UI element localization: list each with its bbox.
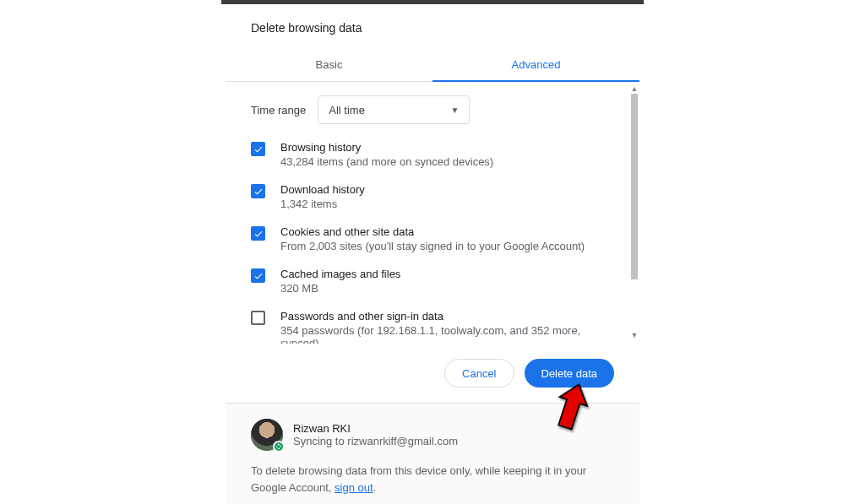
list-item: Browsing history43,284 items (and more o…: [251, 141, 614, 168]
sync-badge-icon: [273, 441, 285, 453]
delete-data-button[interactable]: Delete data: [525, 359, 615, 387]
time-range-row: Time range All time ▼: [251, 95, 614, 124]
item-info: Browsing history43,284 items (and more o…: [280, 141, 493, 168]
time-range-value: All time: [329, 104, 365, 117]
sync-info: Rizwan RKI Syncing to rizwanrkiff@gmail.…: [293, 422, 458, 447]
cancel-button[interactable]: Cancel: [444, 359, 514, 387]
list-item: Download history1,342 items: [251, 183, 614, 210]
scrollbar-down-icon[interactable]: ▼: [631, 332, 638, 339]
list-item: Cookies and other site dataFrom 2,003 si…: [251, 225, 614, 252]
item-info: Passwords and other sign-in data354 pass…: [280, 310, 614, 344]
sign-out-link[interactable]: sign out: [335, 481, 373, 494]
tab-advanced[interactable]: Advanced: [432, 48, 639, 81]
sync-row: Rizwan RKI Syncing to rizwanrkiff@gmail.…: [251, 419, 614, 451]
item-name: Browsing history: [280, 141, 493, 154]
scrollbar-track[interactable]: [631, 94, 638, 330]
item-sub: 320 MB: [280, 282, 400, 295]
list-item: Passwords and other sign-in data354 pass…: [251, 310, 614, 344]
tab-basic[interactable]: Basic: [226, 48, 432, 81]
list-item: Cached images and files320 MB: [251, 268, 614, 295]
tabs: Basic Advanced: [226, 48, 639, 82]
item-info: Cached images and files320 MB: [280, 268, 400, 295]
item-name: Download history: [280, 183, 365, 196]
dialog-body: Time range All time ▼ Browsing history43…: [226, 82, 639, 344]
item-sub: 1,342 items: [280, 198, 365, 210]
sync-user-name: Rizwan RKI: [293, 422, 458, 435]
checkbox[interactable]: [251, 268, 265, 283]
item-info: Download history1,342 items: [280, 183, 365, 210]
item-sub: From 2,003 sites (you'll stay signed in …: [280, 240, 585, 252]
item-name: Cached images and files: [280, 268, 400, 280]
item-name: Cookies and other site data: [280, 225, 585, 238]
checkbox[interactable]: [251, 142, 265, 156]
scrollbar[interactable]: ▲ ▼: [631, 85, 638, 339]
scrollbar-thumb[interactable]: [631, 94, 638, 279]
checkbox[interactable]: [251, 184, 265, 198]
note-prefix: To delete browsing data from this device…: [251, 464, 586, 494]
checkbox[interactable]: [251, 311, 265, 325]
item-info: Cookies and other site dataFrom 2,003 si…: [280, 225, 585, 252]
scrollbar-up-icon[interactable]: ▲: [631, 85, 638, 92]
avatar: [251, 419, 283, 451]
sync-status: Syncing to rizwanrkiff@gmail.com: [293, 435, 458, 447]
time-range-select[interactable]: All time ▼: [318, 95, 470, 124]
items-list: Browsing history43,284 items (and more o…: [251, 141, 614, 344]
time-range-label: Time range: [251, 104, 306, 117]
dialog-footer: Cancel Delete data: [226, 344, 639, 403]
sync-section: Rizwan RKI Syncing to rizwanrkiff@gmail.…: [226, 403, 639, 504]
checkbox[interactable]: [251, 226, 265, 241]
sync-note: To delete browsing data from this device…: [251, 463, 614, 496]
item-sub: 354 passwords (for 192.168.1.1, toolwaly…: [280, 324, 614, 344]
dialog-title: Delete browsing data: [226, 4, 639, 48]
delete-browsing-data-dialog: Delete browsing data Basic Advanced Time…: [226, 4, 639, 504]
item-name: Passwords and other sign-in data: [280, 310, 614, 322]
chevron-down-icon: ▼: [450, 106, 459, 115]
note-suffix: .: [373, 481, 377, 494]
item-sub: 43,284 items (and more on synced devices…: [280, 155, 493, 168]
